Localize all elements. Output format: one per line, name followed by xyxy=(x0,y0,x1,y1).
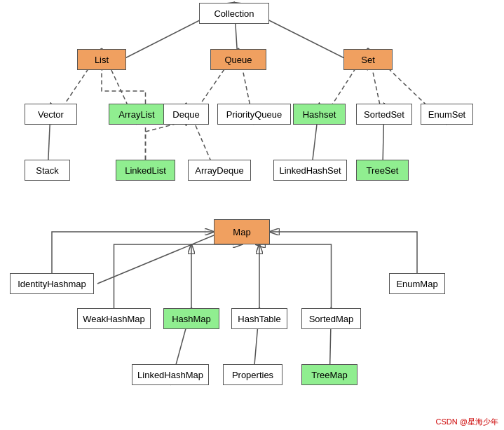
node-linkedhashset: LinkedHashSet xyxy=(273,160,347,181)
node-stack: Stack xyxy=(25,160,70,181)
node-properties: Properties xyxy=(223,364,282,385)
node-deque: Deque xyxy=(163,104,209,125)
svg-line-21 xyxy=(97,232,222,284)
node-vector: Vector xyxy=(25,104,77,125)
watermark: CSDN @星海少年 xyxy=(436,417,498,427)
node-arraylist: ArrayList xyxy=(109,104,165,125)
node-sortedset: SortedSet xyxy=(356,104,412,125)
node-sortedmap: SortedMap xyxy=(301,308,361,329)
node-priorityqueue: PriorityQueue xyxy=(217,104,291,125)
node-enumset: EnumSet xyxy=(421,104,473,125)
node-collection: Collection xyxy=(199,3,269,24)
node-arraydeque: ArrayDeque xyxy=(188,160,251,181)
node-hashset: Hashset xyxy=(293,104,346,125)
diagram: CollectionListQueueSetVectorArrayListDeq… xyxy=(0,0,504,430)
node-hashtable: HashTable xyxy=(231,308,287,329)
node-queue: Queue xyxy=(210,49,266,70)
node-enummap: EnumMap xyxy=(389,273,445,294)
node-weakhashmap: WeakHashMap xyxy=(77,308,151,329)
node-treeset: TreeSet xyxy=(356,160,409,181)
node-treemap: TreeMap xyxy=(301,364,357,385)
node-set: Set xyxy=(343,49,393,70)
node-list: List xyxy=(77,49,126,70)
node-map: Map xyxy=(214,219,270,244)
node-hashmap: HashMap xyxy=(163,308,219,329)
node-identityhashmap: IdentityHashmap xyxy=(10,273,94,294)
node-linkedlist: LinkedList xyxy=(116,160,175,181)
node-linkedhashmap: LinkedHashMap xyxy=(132,364,209,385)
